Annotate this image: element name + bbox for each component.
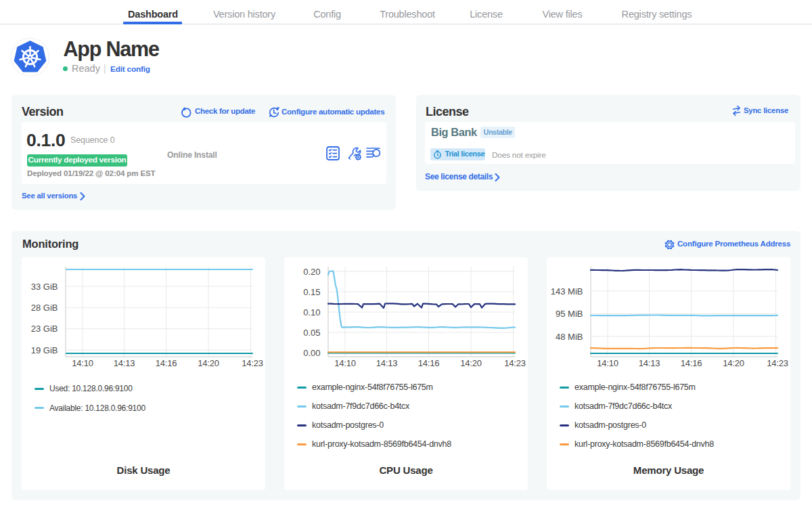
svg-text:0.15: 0.15 [303, 287, 320, 297]
svg-text:143 MiB: 143 MiB [551, 286, 583, 297]
svg-text:14:16: 14:16 [156, 358, 177, 368]
svg-text:28 GiB: 28 GiB [31, 303, 58, 313]
svg-text:48 MiB: 48 MiB [556, 332, 583, 342]
svg-text:14:20: 14:20 [723, 358, 744, 368]
svg-text:14:20: 14:20 [460, 358, 482, 368]
svg-text:14:16: 14:16 [681, 358, 702, 368]
svg-text:14:13: 14:13 [114, 358, 135, 368]
svg-text:95 MiB: 95 MiB [556, 309, 583, 319]
svg-text:19 GiB: 19 GiB [31, 345, 58, 355]
svg-text:0.00: 0.00 [303, 348, 320, 358]
svg-text:14:23: 14:23 [767, 358, 788, 368]
svg-text:0.20: 0.20 [303, 267, 320, 277]
svg-text:14:23: 14:23 [242, 358, 263, 368]
svg-text:14:10: 14:10 [72, 358, 93, 368]
svg-text:14:10: 14:10 [334, 358, 356, 368]
svg-text:0.10: 0.10 [303, 307, 320, 317]
svg-text:14:20: 14:20 [198, 358, 219, 368]
svg-text:14:10: 14:10 [597, 358, 618, 368]
svg-text:33 GiB: 33 GiB [31, 282, 58, 292]
svg-text:14:23: 14:23 [504, 358, 526, 368]
svg-text:14:13: 14:13 [639, 358, 660, 368]
svg-text:0.05: 0.05 [303, 328, 320, 338]
svg-text:23 GiB: 23 GiB [31, 324, 58, 334]
svg-text:14:16: 14:16 [418, 358, 440, 368]
svg-text:14:13: 14:13 [376, 358, 398, 368]
